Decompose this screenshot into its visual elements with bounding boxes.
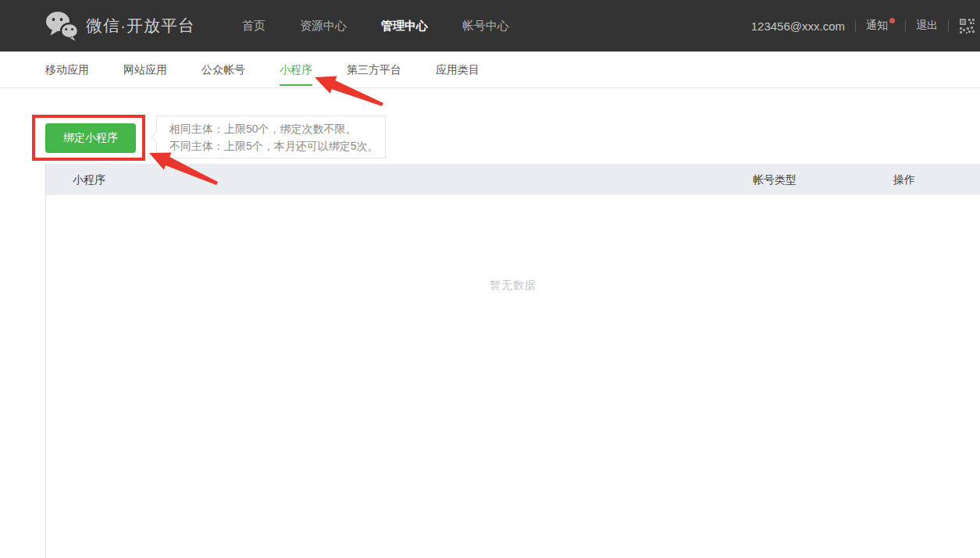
nav-management-center[interactable]: 管理中心 bbox=[381, 19, 428, 34]
tab-website-app[interactable]: 网站应用 bbox=[123, 52, 167, 87]
divider bbox=[905, 20, 906, 32]
account-area: 123456@xxx.com 通知 退出 bbox=[751, 18, 975, 34]
tab-official-account[interactable]: 公众帐号 bbox=[201, 52, 245, 87]
column-miniprogram: 小程序 bbox=[73, 164, 105, 195]
logout-link[interactable]: 退出 bbox=[916, 19, 938, 33]
notice-label: 通知 bbox=[866, 19, 888, 31]
tab-third-party-platform[interactable]: 第三方平台 bbox=[347, 52, 401, 87]
top-navigation: 首页 资源中心 管理中心 帐号中心 bbox=[242, 19, 509, 34]
bind-limit-tooltip: 相同主体：上限50个，绑定次数不限。 不同主体：上限5个，本月还可以绑定5次。 bbox=[156, 116, 386, 158]
empty-state-text: 暂无数据 bbox=[46, 279, 980, 293]
tab-app-category[interactable]: 应用类目 bbox=[436, 52, 479, 87]
column-account-type: 帐号类型 bbox=[753, 164, 796, 195]
app-type-tabbar: 移动应用 网站应用 公众帐号 小程序 第三方平台 应用类目 bbox=[0, 52, 980, 88]
tab-miniprogram[interactable]: 小程序 bbox=[280, 52, 312, 87]
divider bbox=[855, 20, 856, 32]
tooltip-line-2: 不同主体：上限5个，本月还可以绑定5次。 bbox=[169, 137, 385, 155]
tooltip-line-1: 相同主体：上限50个，绑定次数不限。 bbox=[169, 120, 385, 137]
nav-home[interactable]: 首页 bbox=[242, 19, 265, 34]
bind-miniprogram-button[interactable]: 绑定小程序 bbox=[45, 123, 136, 153]
account-email: 123456@xxx.com bbox=[751, 20, 845, 33]
qr-code-icon[interactable] bbox=[959, 18, 975, 34]
table-header-row: 小程序 帐号类型 操作 bbox=[46, 164, 980, 195]
nav-resource-center[interactable]: 资源中心 bbox=[300, 19, 347, 34]
wechat-logo-icon bbox=[45, 10, 78, 41]
nav-account-center[interactable]: 帐号中心 bbox=[462, 19, 509, 34]
table-body: 暂无数据 bbox=[46, 195, 980, 293]
top-header-bar: 微信·开放平台 首页 资源中心 管理中心 帐号中心 123456@xxx.com… bbox=[0, 0, 980, 52]
divider bbox=[948, 20, 949, 32]
brand: 微信·开放平台 bbox=[45, 10, 195, 41]
notice-link[interactable]: 通知 bbox=[866, 19, 895, 33]
tab-mobile-app[interactable]: 移动应用 bbox=[45, 52, 89, 87]
notice-badge-dot bbox=[889, 18, 895, 23]
miniprogram-table: 小程序 帐号类型 操作 暂无数据 bbox=[45, 164, 980, 558]
column-actions: 操作 bbox=[893, 164, 915, 195]
brand-title: 微信·开放平台 bbox=[86, 15, 195, 37]
